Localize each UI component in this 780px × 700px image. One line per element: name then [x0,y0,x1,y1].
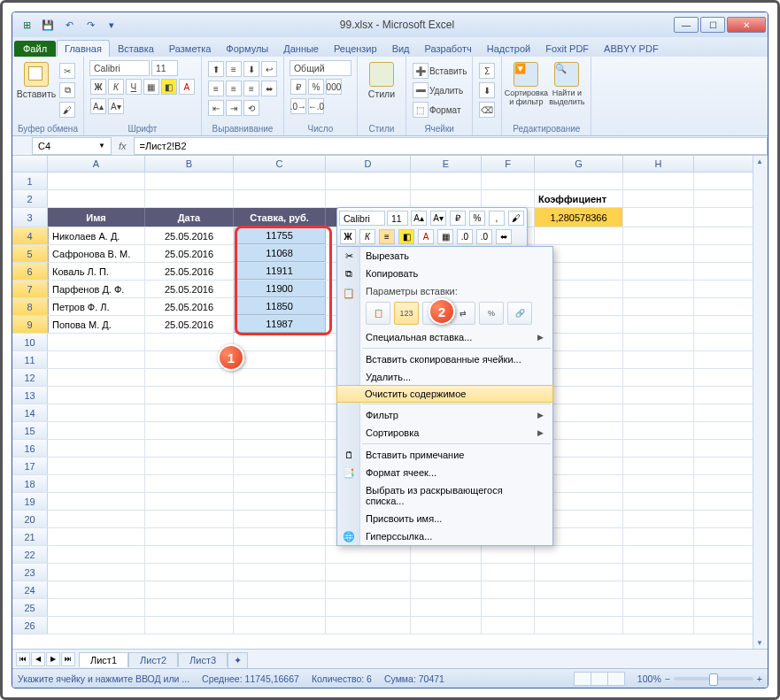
sheet-nav-first[interactable]: ⏮ [16,652,30,666]
col-header-C[interactable]: C [234,156,326,172]
row-header-21[interactable]: 21 [12,528,48,545]
italic-button[interactable]: К [108,79,124,95]
row-header-11[interactable]: 11 [12,351,48,368]
sheet-tab-3[interactable]: Лист3 [178,652,228,667]
cells-format-icon[interactable]: ⬚ [413,102,429,118]
chevron-down-icon[interactable]: ▼ [98,142,105,150]
tab-formulas[interactable]: Формулы [219,41,275,57]
fx-icon[interactable]: fx [119,141,127,151]
row-header-1[interactable]: 1 [12,173,48,189]
formula-input[interactable]: =Лист2!B2 [134,137,768,155]
tab-insert[interactable]: Вставка [111,41,161,57]
row-header-3[interactable]: 3 [12,208,48,227]
minimize-button[interactable]: — [674,17,699,33]
mini-font[interactable]: Calibri [339,211,385,226]
align-right[interactable]: ≡ [243,81,259,96]
sheet-nav-next[interactable]: ▶ [46,652,60,666]
cell-date[interactable]: 25.05.2016 [145,227,234,244]
format-painter-icon[interactable]: 🖌 [59,102,75,118]
tab-home[interactable]: Главная [57,40,110,57]
clear-button[interactable]: ⌫ [479,102,495,118]
row-header-7[interactable]: 7 [12,281,48,297]
wrap-text[interactable]: ↩ [261,61,277,77]
styles-button[interactable]: Стили [363,58,400,99]
row-header-10[interactable]: 10 [12,334,48,350]
mini-merge[interactable]: ⬌ [496,229,512,244]
zoom-slider[interactable] [674,677,753,681]
ctx-cut[interactable]: ✂Вырезать [337,247,552,265]
view-pagebreak[interactable] [607,672,625,686]
paste-opt-link[interactable]: 🔗 [507,302,532,325]
row-header-20[interactable]: 20 [12,511,48,527]
col-header-D[interactable]: D [326,156,411,172]
dec-decimal[interactable]: ←.0 [308,98,324,114]
font-size-select[interactable]: 11 [151,60,178,76]
ctx-sort[interactable]: Сортировка▶ [337,424,552,442]
view-normal[interactable] [574,672,591,686]
view-layout[interactable] [591,672,608,686]
col-header-F[interactable]: F [482,156,535,172]
col-header-E[interactable]: E [411,156,482,172]
save-icon[interactable]: 💾 [39,16,57,34]
cells-insert[interactable]: Вставить [429,66,467,76]
cell-rate[interactable]: 11900 [234,281,326,297]
fill-button[interactable]: ⬇ [479,82,495,98]
row-header-16[interactable]: 16 [12,440,48,457]
cells-insert-icon[interactable]: ➕ [413,63,429,79]
select-all-corner[interactable] [12,156,48,172]
cells-format[interactable]: Формат [429,105,461,115]
tab-file[interactable]: Файл [14,41,56,57]
font-color-button[interactable]: A [179,79,195,95]
cells-delete-icon[interactable]: ➖ [413,82,429,98]
comma-button[interactable]: 000 [326,79,342,95]
mini-size[interactable]: 11 [387,211,408,226]
ctx-paste-special[interactable]: Специальная вставка...▶ [337,328,552,346]
row-header-15[interactable]: 15 [12,422,48,439]
maximize-button[interactable]: ☐ [700,17,725,33]
sort-filter-button[interactable]: 🔽Сортировка и фильтр [507,58,544,106]
cell-name[interactable]: Сафронова В. М. [48,245,145,262]
row-header-9[interactable]: 9 [12,316,48,333]
mini-currency[interactable]: ₽ [450,211,466,226]
row-header-4[interactable]: 4 [12,227,48,244]
cell-coef-value[interactable]: 1,280578366 [535,208,623,227]
mini-percent[interactable]: % [469,211,485,226]
row-header-5[interactable]: 5 [12,245,48,262]
row-header-6[interactable]: 6 [12,263,48,280]
cell-name[interactable]: Петров Ф. Л. [48,298,145,315]
row-header-13[interactable]: 13 [12,387,48,404]
ctx-insert-copied[interactable]: Вставить скопированные ячейки... [337,350,552,368]
vertical-scrollbar[interactable] [753,156,768,649]
inc-decimal[interactable]: .0→ [290,98,306,114]
cell-date[interactable]: 25.05.2016 [145,281,234,297]
cell-name[interactable]: Попова М. Д. [48,316,145,333]
cell-rate[interactable]: 11987 [234,316,326,333]
mini-comma[interactable]: , [489,211,505,226]
orientation[interactable]: ⟲ [243,100,259,116]
tab-abbyy[interactable]: ABBYY PDF [597,41,666,57]
tab-addins[interactable]: Надстрой [480,41,537,57]
font-name-select[interactable]: Calibri [89,60,150,76]
cell-rate[interactable]: 11068 [234,245,326,262]
tab-data[interactable]: Данные [276,41,326,57]
row-header-26[interactable]: 26 [12,617,48,634]
paste-opt-values[interactable]: 123 [394,302,419,325]
mini-fontcolor[interactable]: A [418,229,434,244]
qat-more-icon[interactable]: ▾ [103,16,120,34]
mini-dec-dec[interactable]: .0 [476,229,492,244]
cell-date[interactable]: 25.05.2016 [145,298,234,315]
cell-rate[interactable]: 11755 [234,227,326,244]
ctx-hyperlink[interactable]: 🌐Гиперссылка... [337,527,552,545]
bold-button[interactable]: Ж [90,79,106,95]
mini-bold[interactable]: Ж [340,229,356,244]
row-header-8[interactable]: 8 [12,298,48,315]
underline-button[interactable]: Ч [126,79,142,95]
table-header-date[interactable]: Дата [145,208,234,227]
undo-icon[interactable]: ↶ [60,16,78,34]
cell-name[interactable]: Николаев А. Д. [48,227,145,244]
tab-layout[interactable]: Разметка [162,41,219,57]
redo-icon[interactable]: ↷ [81,16,99,34]
mini-inc-dec[interactable]: .0 [457,229,473,244]
cell-date[interactable]: 25.05.2016 [145,263,234,280]
row-header-25[interactable]: 25 [12,599,48,616]
